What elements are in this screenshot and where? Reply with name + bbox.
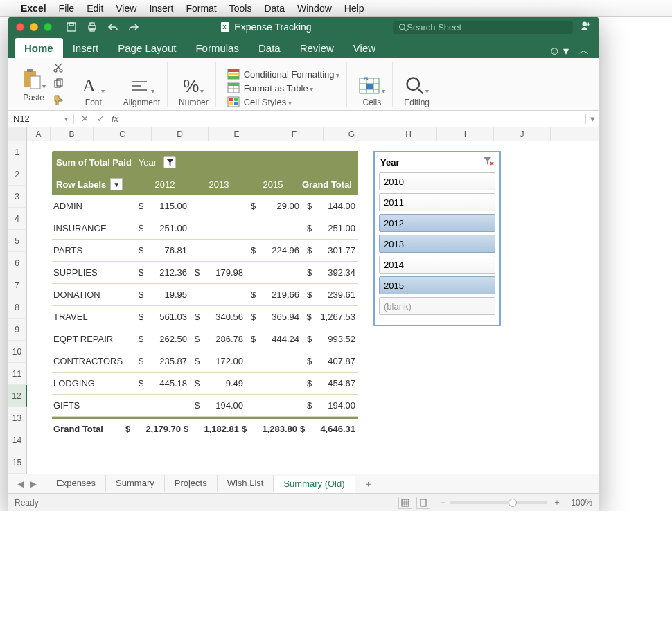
number-icon[interactable]: %▾ — [183, 77, 204, 95]
sheet-nav-prev-icon[interactable]: ◀ — [17, 479, 24, 489]
col-header[interactable]: C — [94, 127, 152, 141]
tab-home[interactable]: Home — [15, 38, 63, 58]
pivot-row[interactable]: GIFTS$194.00$194.00 — [52, 395, 358, 417]
undo-icon[interactable] — [107, 21, 118, 33]
pivot-row[interactable]: PARTS$76.81$224.96$301.77 — [52, 240, 358, 262]
row-header[interactable]: 7 — [8, 274, 27, 296]
pivot-year-filter-button[interactable] — [163, 156, 176, 168]
tab-data[interactable]: Data — [249, 38, 290, 58]
zoom-out-button[interactable]: − — [440, 498, 445, 508]
paste-icon[interactable]: ▾ — [21, 68, 46, 90]
col-header[interactable]: D — [152, 127, 209, 141]
tab-review[interactable]: Review — [290, 38, 344, 58]
pivot-year-header[interactable]: 2012 — [138, 179, 192, 190]
slicer-item[interactable]: 2010 — [379, 172, 495, 190]
pivot-row[interactable]: CONTRACTORS$235.87$172.00$407.87 — [52, 350, 358, 373]
pivot-year-header[interactable]: 2015 — [246, 179, 300, 190]
sheet-nav-next-icon[interactable]: ▶ — [30, 479, 37, 489]
search-sheet-box[interactable] — [393, 21, 573, 34]
row-header[interactable]: 1 — [8, 141, 27, 163]
collapse-ribbon-icon[interactable]: ︿ — [578, 44, 590, 58]
copy-icon[interactable] — [53, 78, 64, 91]
menu-help[interactable]: Help — [344, 3, 364, 14]
menu-file[interactable]: File — [59, 3, 75, 14]
tab-page-layout[interactable]: Page Layout — [108, 38, 186, 58]
col-header[interactable]: J — [494, 127, 551, 141]
pivot-year-header[interactable]: 2013 — [192, 179, 246, 190]
pivot-grand-total-header[interactable]: Grand Total — [300, 179, 354, 190]
pivot-row[interactable]: EQPT REPAIR$262.50$286.78$444.24$993.52 — [52, 328, 358, 350]
select-all-corner[interactable] — [8, 127, 27, 141]
sheet-tab[interactable]: Wish List — [218, 475, 274, 492]
col-header[interactable]: H — [380, 127, 437, 141]
enter-icon[interactable]: ✓ — [97, 114, 105, 124]
row-header[interactable]: 9 — [8, 319, 27, 341]
pivot-row[interactable]: TRAVEL$561.03$340.56$365.94$1,267.53 — [52, 306, 358, 328]
cancel-icon[interactable]: ✕ — [81, 114, 89, 124]
alignment-icon[interactable]: ▾ — [129, 78, 154, 95]
editing-icon[interactable]: ▾ — [405, 75, 429, 95]
col-header[interactable]: I — [437, 127, 494, 141]
fx-label[interactable]: fx — [112, 114, 124, 124]
row-header[interactable]: 12 — [8, 385, 27, 407]
conditional-formatting-button[interactable]: Conditional Formatting — [227, 69, 340, 80]
slicer-item[interactable]: (blank) — [379, 297, 495, 315]
cell-styles-button[interactable]: Cell Styles — [227, 96, 292, 107]
col-header[interactable]: B — [51, 127, 94, 141]
normal-view-button[interactable] — [398, 497, 412, 509]
zoom-window-button[interactable] — [44, 23, 52, 31]
clear-filter-icon[interactable] — [483, 157, 494, 168]
share-icon[interactable] — [580, 19, 592, 35]
close-window-button[interactable] — [16, 23, 24, 31]
row-header[interactable]: 2 — [8, 163, 27, 186]
emoji-icon[interactable]: ☺ ▾ — [549, 44, 569, 57]
slicer-item[interactable]: 2014 — [379, 256, 495, 274]
sheet-tab[interactable]: Summary — [106, 475, 165, 492]
zoom-slider[interactable] — [450, 501, 547, 504]
grid-body[interactable]: Sum of Total Paid Year Row Labels▼ 2012 … — [27, 141, 599, 474]
slicer-item[interactable]: 2015 — [379, 276, 495, 294]
pivot-row-dropdown-button[interactable]: ▼ — [110, 178, 123, 190]
format-as-table-button[interactable]: Format as Table — [227, 82, 314, 93]
redo-icon[interactable] — [128, 21, 139, 33]
row-header[interactable]: 8 — [8, 296, 27, 319]
sheet-tab[interactable]: Summary (Old) — [274, 476, 355, 493]
tab-formulas[interactable]: Formulas — [186, 38, 249, 58]
row-header[interactable]: 10 — [8, 341, 27, 363]
zoom-level[interactable]: 100% — [571, 498, 592, 508]
pivot-row[interactable]: DONATION$19.95$219.66$239.61 — [52, 284, 358, 306]
minimize-window-button[interactable] — [30, 23, 38, 31]
menu-data[interactable]: Data — [264, 3, 285, 14]
col-header[interactable]: F — [265, 127, 324, 141]
app-name[interactable]: Excel — [21, 3, 46, 14]
row-header[interactable]: 14 — [8, 429, 27, 451]
row-header[interactable]: 5 — [8, 230, 27, 252]
tab-view[interactable]: View — [344, 38, 385, 58]
pivot-row[interactable]: INSURANCE$251.00$251.00 — [52, 217, 358, 240]
print-icon[interactable] — [87, 21, 98, 33]
page-layout-view-button[interactable] — [416, 497, 430, 509]
slicer-item[interactable]: 2012 — [379, 214, 495, 232]
row-header[interactable]: 6 — [8, 252, 27, 274]
zoom-in-button[interactable]: ＋ — [553, 497, 561, 508]
save-icon[interactable] — [66, 21, 77, 33]
col-header[interactable]: E — [209, 127, 265, 141]
row-header[interactable]: 13 — [8, 407, 27, 429]
row-header[interactable]: 3 — [8, 186, 27, 208]
year-slicer[interactable]: Year 201020112012201320142015(blank) — [373, 151, 501, 326]
menu-view[interactable]: View — [116, 3, 136, 14]
name-box[interactable]: N12▾ — [8, 114, 74, 124]
menu-insert[interactable]: Insert — [149, 3, 173, 14]
expand-formula-bar-icon[interactable]: ▾ — [585, 114, 599, 124]
pivot-grand-total-row[interactable]: Grand Total$2,179.70$1,182.81$1,283.80$4… — [52, 417, 358, 439]
format-painter-icon[interactable] — [53, 94, 64, 107]
formula-input[interactable] — [124, 114, 585, 124]
font-icon[interactable]: A.▾ — [82, 77, 105, 95]
menu-tools[interactable]: Tools — [229, 3, 252, 14]
col-header[interactable]: G — [324, 127, 380, 141]
pivot-row[interactable]: LODGING$445.18$9.49$454.67 — [52, 373, 358, 395]
add-sheet-button[interactable]: ＋ — [355, 478, 381, 490]
row-header[interactable]: 4 — [8, 208, 27, 230]
col-header[interactable]: A — [27, 127, 51, 141]
sheet-tab[interactable]: Expenses — [46, 475, 106, 492]
